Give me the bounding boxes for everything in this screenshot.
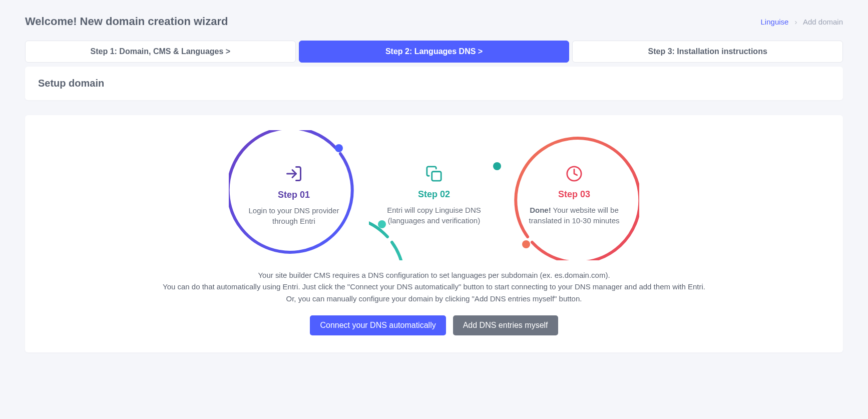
step2-desc: Entri will copy Linguise DNS (languages … xyxy=(384,205,484,226)
desc-line-2: You can do that automatically using Entr… xyxy=(40,281,828,292)
step2-label: Step 02 xyxy=(418,189,450,200)
steps-diagram: Step 01 Login to your DNS provider throu… xyxy=(40,130,828,260)
diagram-step-3: Step 03 Done! Your website will be trans… xyxy=(509,130,639,260)
add-dns-entries-myself-button[interactable]: Add DNS entries myself xyxy=(453,315,558,335)
breadcrumb: Linguise › Add domain xyxy=(761,18,843,26)
step1-desc: Login to your DNS provider through Entri xyxy=(244,205,344,226)
setup-description: Your site builder CMS requires a DNS con… xyxy=(40,269,828,304)
chevron-right-icon: › xyxy=(795,18,797,26)
login-icon xyxy=(285,165,303,185)
step-tab-2[interactable]: Step 2: Languages DNS > xyxy=(299,41,570,63)
step-tab-3[interactable]: Step 3: Installation instructions xyxy=(572,41,843,63)
step3-desc: Done! Your website will be translated in… xyxy=(524,205,624,226)
setup-domain-panel: Setup domain xyxy=(25,67,843,100)
step2-dot-right xyxy=(493,162,501,170)
step3-label: Step 03 xyxy=(558,189,590,200)
diagram-step-1: Step 01 Login to your DNS provider throu… xyxy=(229,130,359,260)
breadcrumb-root-link[interactable]: Linguise xyxy=(761,18,789,26)
desc-line-3: Or, you can manually configure your doma… xyxy=(40,293,828,304)
desc-line-1: Your site builder CMS requires a DNS con… xyxy=(40,269,828,281)
page-title: Welcome! New domain creation wizard xyxy=(25,15,228,28)
dns-setup-panel: Step 01 Login to your DNS provider throu… xyxy=(25,115,843,352)
panel-title: Setup domain xyxy=(38,78,830,89)
svg-rect-1 xyxy=(432,171,441,180)
copy-icon xyxy=(425,165,443,184)
breadcrumb-current: Add domain xyxy=(803,18,843,26)
diagram-step-2: Step 02 Entri will copy Linguise DNS (la… xyxy=(369,130,499,260)
step1-label: Step 01 xyxy=(278,190,310,200)
clock-icon xyxy=(566,165,583,184)
step-tab-1[interactable]: Step 1: Domain, CMS & Languages > xyxy=(25,41,296,63)
wizard-steps-nav: Step 1: Domain, CMS & Languages > Step 2… xyxy=(25,41,843,63)
connect-dns-automatically-button[interactable]: Connect your DNS automatically xyxy=(310,315,446,335)
